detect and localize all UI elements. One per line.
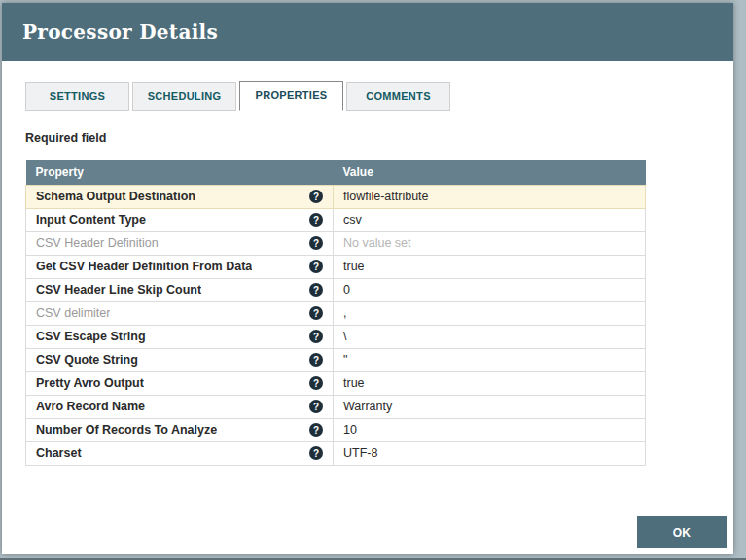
property-value: csv	[334, 208, 646, 231]
help-icon[interactable]: ?	[309, 330, 323, 343]
required-field-label: Required field	[25, 131, 710, 145]
help-icon[interactable]: ?	[309, 283, 323, 297]
screen: Processor Details SETTINGS SCHEDULING PR…	[0, 0, 746, 560]
table-header-row: Property Value	[26, 160, 646, 185]
tab-scheduling[interactable]: SCHEDULING	[132, 82, 236, 111]
table-row: CSV Quote String ? "	[26, 348, 646, 371]
table-row: Pretty Avro Output ? true	[26, 371, 646, 395]
property-value: 0	[334, 278, 646, 301]
column-header-property: Property	[26, 160, 334, 185]
help-icon[interactable]: ?	[309, 190, 323, 203]
properties-table-body: Schema Output Destination ? flowfile-att…	[26, 185, 646, 465]
help-icon[interactable]: ?	[309, 353, 323, 367]
property-name: Pretty Avro Output	[36, 376, 144, 390]
property-name: CSV Header Definition	[36, 236, 159, 250]
property-name: CSV Quote String	[36, 353, 138, 367]
property-value: Warranty	[334, 395, 646, 418]
property-value: true	[334, 255, 646, 278]
table-row: CSV Header Definition ? No value set	[26, 231, 646, 255]
property-name: CSV Escape String	[36, 330, 146, 343]
help-icon[interactable]: ?	[309, 306, 323, 320]
help-icon[interactable]: ?	[309, 400, 323, 413]
help-icon[interactable]: ?	[309, 213, 323, 227]
property-name: Charset	[36, 446, 82, 460]
tab-comments[interactable]: COMMENTS	[346, 82, 450, 111]
table-row: Get CSV Header Definition From Data ? tr…	[26, 255, 646, 278]
table-row: Input Content Type ? csv	[26, 208, 646, 231]
property-value: flowfile-attribute	[334, 185, 646, 208]
property-name: CSV Header Line Skip Count	[36, 283, 201, 297]
property-name: Schema Output Destination	[36, 190, 195, 203]
property-name: CSV delimiter	[36, 306, 110, 320]
table-row: Charset ? UTF-8	[26, 441, 646, 465]
property-value: No value set	[334, 231, 646, 255]
dialog-header: Processor Details	[2, 3, 733, 61]
property-value: "	[334, 348, 646, 371]
property-value: true	[334, 371, 646, 395]
table-row: CSV Header Line Skip Count ? 0	[26, 278, 646, 301]
help-icon[interactable]: ?	[309, 236, 323, 250]
table-row: CSV delimiter ? ,	[26, 301, 646, 325]
tabs-bar: SETTINGS SCHEDULING PROPERTIES COMMENTS	[25, 81, 710, 111]
properties-table: Property Value Schema Output Destination…	[25, 160, 646, 466]
help-icon[interactable]: ?	[309, 423, 323, 437]
help-icon[interactable]: ?	[309, 446, 323, 460]
table-row: Avro Record Name ? Warranty	[26, 395, 646, 418]
property-name: Get CSV Header Definition From Data	[36, 260, 252, 273]
help-icon[interactable]: ?	[309, 260, 323, 273]
property-name: Input Content Type	[36, 213, 146, 227]
table-row: Schema Output Destination ? flowfile-att…	[26, 185, 646, 208]
table-row: Number Of Records To Analyze ? 10	[26, 418, 646, 441]
tab-settings[interactable]: SETTINGS	[25, 82, 129, 111]
property-value: UTF-8	[334, 441, 646, 465]
property-name: Number Of Records To Analyze	[36, 423, 217, 437]
ok-button[interactable]: OK	[637, 516, 727, 548]
column-header-value: Value	[334, 160, 646, 185]
dialog-title: Processor Details	[22, 20, 218, 44]
help-icon[interactable]: ?	[309, 376, 323, 390]
tab-properties[interactable]: PROPERTIES	[239, 81, 343, 111]
property-value: \	[334, 325, 646, 348]
property-value: 10	[334, 418, 646, 441]
property-value: ,	[334, 301, 646, 325]
property-name: Avro Record Name	[36, 400, 145, 413]
table-row: CSV Escape String ? \	[26, 325, 646, 348]
processor-details-dialog: Processor Details SETTINGS SCHEDULING PR…	[2, 3, 733, 554]
